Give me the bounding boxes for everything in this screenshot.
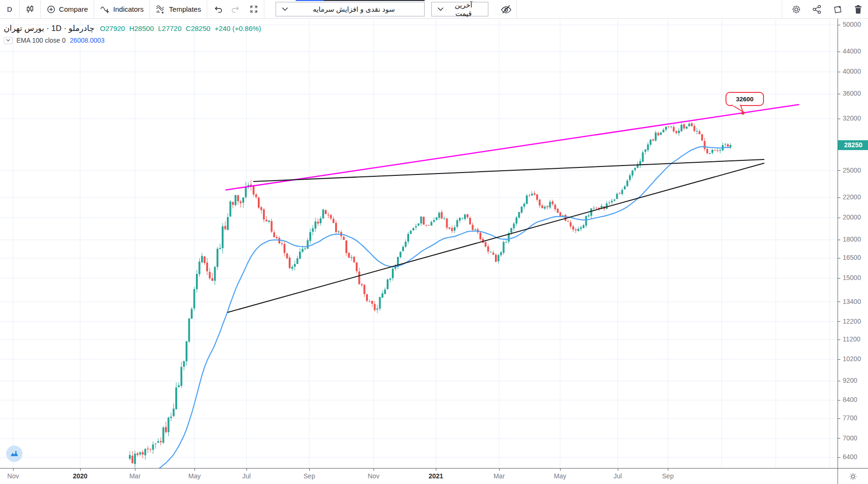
- adjustments-dropdown[interactable]: سود نقدی و افزایش سرمایه: [276, 2, 425, 16]
- toolbar-right-group: [782, 0, 868, 19]
- price-tick-label: 36000: [843, 90, 861, 97]
- symbol-title[interactable]: چادرملو · 1D · بورس تهران: [4, 23, 94, 33]
- price-tick-label: 50000: [843, 21, 861, 28]
- price-tick-mark: [838, 218, 840, 218]
- price-callout[interactable]: 32600: [726, 92, 763, 115]
- axis-settings-corner[interactable]: [838, 469, 868, 484]
- price-tick-label: 15000: [843, 274, 861, 281]
- settings-button[interactable]: [786, 0, 807, 19]
- redo-icon: [231, 5, 240, 14]
- price-tick-mark: [838, 240, 840, 240]
- last-price-dropdown[interactable]: آخرین قیمت: [431, 2, 488, 16]
- chart-area[interactable]: 32600 چادرملو · 1D · بورس تهران O27920 H…: [0, 19, 868, 468]
- fullscreen-button[interactable]: [244, 0, 264, 19]
- price-tick-mark: [838, 258, 840, 258]
- price-tick-label: 25000: [843, 166, 861, 174]
- templates-button[interactable]: Templates: [150, 0, 207, 19]
- time-tick-label: Jul: [604, 472, 632, 480]
- time-axis[interactable]: Nov2020MarMayJulSepNov2021MarMayJulSep: [0, 468, 868, 484]
- time-tick-label: Sep: [295, 472, 323, 480]
- price-tick-label: 6400: [843, 453, 857, 461]
- delete-button[interactable]: [848, 0, 868, 19]
- time-tick-mark: [668, 469, 668, 471]
- snapshot-button[interactable]: [827, 0, 848, 19]
- indicator-collapse-button[interactable]: [4, 37, 13, 44]
- price-tick-mark: [838, 52, 840, 52]
- adjustments-dropdown-value: سود نقدی و افزایش سرمایه: [288, 5, 424, 14]
- grid-lines: [0, 19, 838, 468]
- templates-wave-icon: [156, 5, 166, 14]
- price-tick-mark: [838, 25, 840, 25]
- time-tick-mark: [135, 469, 135, 471]
- time-tick-label: Sep: [654, 472, 682, 480]
- price-tick-label: 22000: [843, 193, 861, 201]
- trash-icon: [853, 4, 863, 15]
- time-tick-mark: [13, 469, 14, 471]
- price-tick-mark: [838, 418, 840, 419]
- compare-button[interactable]: Compare: [41, 0, 94, 19]
- time-tick-mark: [309, 469, 310, 471]
- price-tick-mark: [838, 400, 840, 401]
- sun-icon: [849, 472, 857, 481]
- price-axis[interactable]: 5000044000400003600032000250002200020000…: [838, 19, 868, 468]
- price-tick-label: 13400: [843, 298, 861, 305]
- last-price-dropdown-value: آخرین قیمت: [444, 1, 488, 18]
- undo-button[interactable]: [207, 0, 227, 19]
- snapshot-icon: [832, 4, 843, 15]
- price-tick-mark: [838, 321, 840, 322]
- toolbar-separator: [782, 0, 782, 19]
- hide-marks-button[interactable]: [496, 0, 516, 19]
- undo-icon: [214, 5, 223, 14]
- time-tick-mark: [247, 469, 247, 471]
- price-tick-mark: [838, 278, 840, 279]
- toolbar-separator: [516, 0, 517, 19]
- indicator-wave-icon: [100, 5, 110, 14]
- indicators-button[interactable]: Indicators: [94, 0, 150, 19]
- ema-line[interactable]: [130, 147, 731, 468]
- time-tick-mark: [80, 469, 81, 471]
- price-tick-label: 20000: [843, 213, 861, 221]
- timeframe-button[interactable]: D: [0, 0, 19, 19]
- price-tick-label: 44000: [843, 47, 861, 55]
- price-tick-label: 8400: [843, 396, 857, 403]
- price-tick-mark: [838, 340, 840, 340]
- price-tick-mark: [838, 170, 840, 171]
- time-tick-label: May: [180, 472, 209, 480]
- share-button[interactable]: [807, 0, 827, 19]
- price-tick-label: 7700: [843, 414, 857, 422]
- price-tick-label: 16500: [843, 254, 861, 261]
- price-tick-label: 7000: [843, 434, 857, 442]
- price-tick-mark: [838, 457, 840, 458]
- chevron-down-icon: [282, 7, 288, 11]
- templates-label: Templates: [169, 5, 201, 13]
- time-tick-label: Mar: [485, 472, 513, 480]
- time-tick-label: Jul: [232, 472, 261, 480]
- price-tick-label: 12200: [843, 318, 861, 325]
- toolbar-separator: [264, 0, 264, 19]
- last-price-badge: 28250: [838, 140, 868, 150]
- chart-type-button[interactable]: [20, 0, 40, 19]
- price-tick-label: 32000: [843, 114, 861, 122]
- price-tick-label: 11200: [843, 335, 861, 343]
- fullscreen-icon: [249, 5, 258, 14]
- time-tick-mark: [195, 469, 195, 471]
- circle-plus-icon: [46, 5, 56, 14]
- price-tick-mark: [838, 72, 840, 72]
- wedge-support-line[interactable]: [228, 163, 764, 312]
- price-chart[interactable]: 32600: [0, 19, 838, 468]
- price-tick-mark: [838, 359, 840, 360]
- time-tick-label: 2020: [66, 472, 94, 480]
- share-icon: [812, 4, 822, 15]
- chevron-down-icon: [437, 7, 444, 11]
- redo-button[interactable]: [227, 0, 244, 19]
- indicators-label: Indicators: [113, 5, 144, 13]
- callout-text: 32600: [736, 96, 754, 103]
- price-tick-mark: [838, 302, 840, 302]
- price-tick-mark: [838, 119, 840, 119]
- time-tick-mark: [499, 469, 500, 471]
- gear-icon: [791, 4, 801, 15]
- price-tick-label: 18000: [843, 235, 861, 243]
- chart-preview-button[interactable]: [6, 446, 22, 462]
- price-tick-label: 9200: [843, 377, 857, 384]
- price-tick-label: 10200: [843, 355, 861, 363]
